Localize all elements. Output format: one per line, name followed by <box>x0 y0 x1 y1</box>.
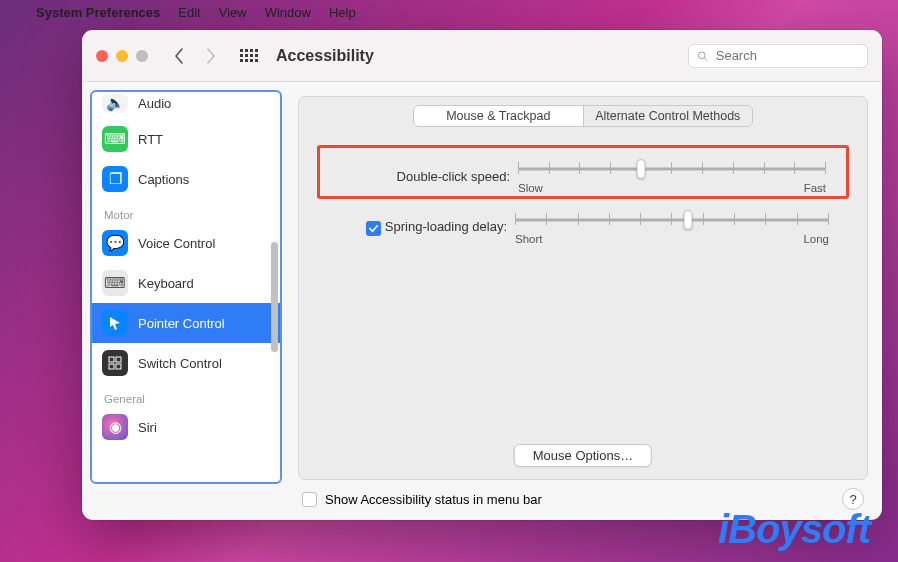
show-status-label: Show Accessibility status in menu bar <box>325 492 542 507</box>
menu-window[interactable]: Window <box>265 5 311 20</box>
sidebar-category-general: General <box>92 383 280 407</box>
forward-button[interactable] <box>200 45 222 67</box>
traffic-lights <box>96 50 148 62</box>
audio-icon: 🔈 <box>102 94 128 112</box>
svg-line-1 <box>704 58 707 61</box>
sidebar-item-label: Siri <box>138 420 157 435</box>
minimize-button[interactable] <box>116 50 128 62</box>
footer: Show Accessibility status in menu bar ? <box>298 480 868 510</box>
slider-knob[interactable] <box>683 210 692 230</box>
sidebar-item-keyboard[interactable]: ⌨ Keyboard <box>92 263 280 303</box>
show-status-checkbox[interactable] <box>302 492 317 507</box>
sidebar-item-captions[interactable]: ❐ Captions <box>92 159 280 199</box>
menu-help[interactable]: Help <box>329 5 356 20</box>
search-icon <box>697 50 708 62</box>
sidebar-item-label: Voice Control <box>138 236 215 251</box>
sidebar-item-rtt[interactable]: ⌨ RTT <box>92 119 280 159</box>
watermark: iBoysoft <box>718 507 870 552</box>
close-button[interactable] <box>96 50 108 62</box>
tab-bar: Mouse & Trackpad Alternate Control Metho… <box>413 105 753 127</box>
sidebar-scrollbar[interactable] <box>271 242 278 352</box>
svg-rect-5 <box>116 364 121 369</box>
tab-alternate-control[interactable]: Alternate Control Methods <box>584 106 753 126</box>
sidebar-item-voice-control[interactable]: 💬 Voice Control <box>92 223 280 263</box>
preferences-window: Accessibility 🔈 Audio ⌨ RTT ❐ <box>82 30 882 520</box>
slider-high-label: Long <box>803 233 829 245</box>
svg-rect-2 <box>109 357 114 362</box>
app-menu[interactable]: System Preferences <box>36 5 160 20</box>
sidebar-item-label: Keyboard <box>138 276 194 291</box>
show-all-icon[interactable] <box>240 49 258 62</box>
settings-panel: Mouse & Trackpad Alternate Control Metho… <box>298 96 868 480</box>
window-toolbar: Accessibility <box>82 30 882 82</box>
spring-loading-checkbox[interactable] <box>366 221 381 236</box>
slider-knob[interactable] <box>637 159 646 179</box>
spring-loading-label: Spring-loading delay: <box>337 219 507 236</box>
menu-view[interactable]: View <box>219 5 247 20</box>
captions-icon: ❐ <box>102 166 128 192</box>
slider-low-label: Short <box>515 233 543 245</box>
menubar: System Preferences Edit View Window Help <box>0 0 898 24</box>
spring-loading-slider[interactable] <box>515 209 829 231</box>
slider-low-label: Slow <box>518 182 543 194</box>
search-input[interactable] <box>714 47 859 64</box>
zoom-button[interactable] <box>136 50 148 62</box>
sidebar-item-label: Audio <box>138 96 171 111</box>
sidebar-item-pointer-control[interactable]: Pointer Control <box>92 303 280 343</box>
sidebar-item-label: Captions <box>138 172 189 187</box>
svg-rect-3 <box>116 357 121 362</box>
sidebar-item-label: RTT <box>138 132 163 147</box>
mouse-options-button[interactable]: Mouse Options… <box>514 444 652 467</box>
highlight-double-click: Double-click speed: Slow Fast <box>317 145 849 199</box>
sidebar-item-label: Pointer Control <box>138 316 225 331</box>
double-click-slider[interactable] <box>518 158 826 180</box>
rtt-icon: ⌨ <box>102 126 128 152</box>
double-click-label: Double-click speed: <box>340 169 510 184</box>
menu-edit[interactable]: Edit <box>178 5 200 20</box>
svg-point-0 <box>698 51 705 58</box>
tab-mouse-trackpad[interactable]: Mouse & Trackpad <box>414 106 584 126</box>
siri-icon: ◉ <box>102 414 128 440</box>
back-button[interactable] <box>168 45 190 67</box>
window-title: Accessibility <box>276 47 374 65</box>
sidebar-category-motor: Motor <box>92 199 280 223</box>
pointer-control-icon <box>102 310 128 336</box>
sidebar-item-audio[interactable]: 🔈 Audio <box>92 92 280 119</box>
voice-control-icon: 💬 <box>102 230 128 256</box>
svg-rect-4 <box>109 364 114 369</box>
sidebar-item-siri[interactable]: ◉ Siri <box>92 407 280 447</box>
sidebar-item-label: Switch Control <box>138 356 222 371</box>
sidebar[interactable]: 🔈 Audio ⌨ RTT ❐ Captions Motor 💬 Voice C… <box>90 90 282 484</box>
keyboard-icon: ⌨ <box>102 270 128 296</box>
sidebar-item-switch-control[interactable]: Switch Control <box>92 343 280 383</box>
slider-high-label: Fast <box>804 182 826 194</box>
search-field[interactable] <box>688 44 868 68</box>
switch-control-icon <box>102 350 128 376</box>
